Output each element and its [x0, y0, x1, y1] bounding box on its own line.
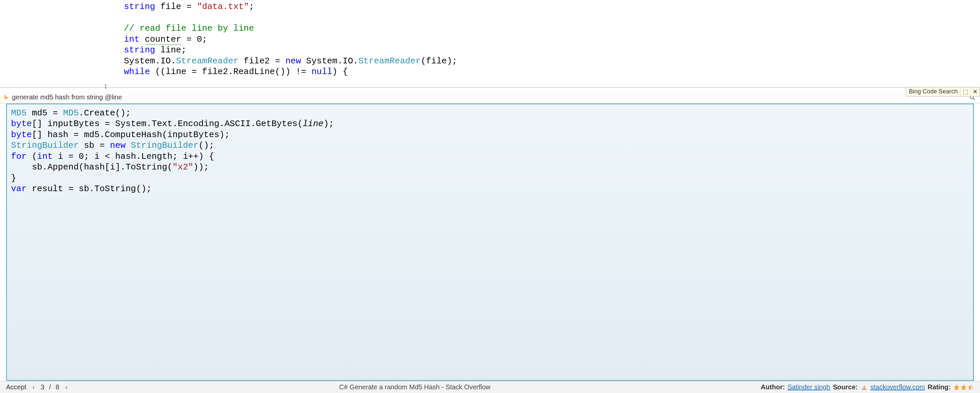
code-line: int counter = 0; [0, 34, 980, 45]
code-line [0, 12, 980, 23]
code-token: 0 [197, 34, 202, 44]
star-icon [953, 384, 960, 391]
code-token [61, 67, 124, 77]
code-token: MD5 [63, 108, 79, 118]
code-line: byte[] inputBytes = System.Text.Encoding… [10, 119, 970, 130]
code-token: = [181, 2, 197, 12]
code-token: [] hash = md5.ComputeHash(inputBytes); [32, 130, 230, 140]
svg-line-1 [973, 98, 975, 100]
code-token: md5 = [27, 108, 63, 118]
code-token: int [124, 34, 140, 44]
code-token: "data.txt" [197, 2, 249, 12]
code-token: StreamReader [358, 56, 421, 66]
code-line: string file = "data.txt"; [0, 2, 980, 12]
code-token [61, 2, 124, 12]
source-label: Source: [833, 383, 858, 391]
close-icon[interactable]: ✕ [970, 87, 980, 96]
code-token: MD5 [11, 108, 27, 118]
panel-tab-strip: Bing Code Search ⬚ ✕ [906, 87, 980, 97]
result-footer: Accept ‹ 3 / 8 › C# Generate a random Md… [0, 381, 980, 393]
code-result-pane[interactable]: MD5 md5 = MD5.Create();byte[] inputBytes… [6, 103, 974, 381]
code-token: ; [181, 45, 186, 55]
code-line: sb.Append(hash[i].ToString("x2")); [10, 162, 970, 173]
star-icon [967, 384, 974, 391]
code-token: ( [27, 152, 37, 162]
pin-icon[interactable]: ⬚ [960, 87, 970, 96]
code-token: = [181, 34, 197, 44]
code-token: sb = [79, 141, 110, 151]
code-editor[interactable]: string file = "data.txt"; // read file l… [0, 0, 980, 88]
code-token: file2 = [239, 56, 285, 66]
search-input[interactable] [12, 93, 968, 101]
search-bar [0, 92, 980, 103]
code-token: .Create(); [79, 108, 131, 118]
code-token: ((line = file2.ReadLine()) != [150, 67, 312, 77]
code-line: var result = sb.ToString(); [10, 184, 970, 195]
rating-stars [953, 384, 974, 391]
code-token: // read file line by line [124, 23, 254, 33]
code-line: System.IO.StreamReader file2 = new Syste… [0, 56, 980, 67]
code-token: counter [145, 34, 181, 45]
result-title: C# Generate a random Md5 Hash - Stack Ov… [69, 383, 761, 391]
code-token: file [160, 2, 181, 12]
accept-button[interactable]: Accept [6, 383, 26, 391]
author-label: Author: [761, 383, 785, 391]
code-token: ; [202, 34, 207, 44]
prev-page-button[interactable]: ‹ [31, 383, 36, 391]
page-separator: / [49, 383, 51, 391]
code-token [61, 23, 124, 33]
next-page-button[interactable]: › [64, 383, 69, 391]
code-token: [] inputBytes = System.Text.Encoding.ASC… [32, 119, 302, 129]
code-token: )); [193, 162, 209, 172]
code-token [61, 45, 124, 55]
svg-rect-2 [863, 388, 865, 389]
code-token: var [11, 184, 27, 194]
author-link[interactable]: Satinder singh [788, 383, 830, 391]
code-line: StringBuilder sb = new StringBuilder(); [10, 140, 970, 151]
code-token: System.IO. [124, 56, 176, 66]
bing-logo-icon [3, 94, 10, 101]
code-token: new [285, 56, 301, 66]
code-line: byte[] hash = md5.ComputeHash(inputBytes… [10, 130, 970, 141]
panel-tab-label[interactable]: Bing Code Search [906, 87, 960, 96]
code-token [61, 56, 124, 66]
code-token [140, 34, 145, 44]
page-total: 8 [56, 383, 59, 391]
code-token [155, 2, 161, 12]
code-line: } [10, 173, 970, 184]
code-token [61, 34, 124, 44]
code-token: } [11, 173, 16, 183]
code-token: null [312, 67, 332, 77]
code-token: StringBuilder [11, 141, 79, 151]
code-token: ; [249, 2, 255, 12]
code-token: i = [53, 152, 79, 162]
code-token: ); [323, 119, 334, 129]
code-line: for (int i = 0; i < hash.Length; i++) { [10, 151, 970, 162]
code-token: for [11, 152, 27, 162]
code-token: string [124, 45, 155, 55]
svg-rect-3 [863, 387, 865, 388]
code-token: System.IO. [301, 56, 358, 66]
code-token: (file); [421, 56, 457, 66]
code-token: string [124, 2, 155, 12]
code-line: // read file line by line [0, 23, 980, 34]
code-token: result = sb.ToString(); [27, 184, 151, 194]
code-token: new [110, 141, 126, 151]
code-token: StreamReader [176, 56, 238, 66]
code-line: MD5 md5 = MD5.Create(); [10, 108, 970, 119]
code-token: ) { [332, 67, 348, 77]
code-token: 0 [79, 152, 84, 162]
code-token [155, 45, 161, 55]
resize-cursor-icon: ↕ [103, 82, 108, 91]
code-token [126, 141, 131, 151]
code-token: (); [199, 141, 214, 151]
source-link[interactable]: stackoverflow.com [870, 383, 925, 391]
code-token: "x2" [173, 162, 193, 172]
code-token: byte [11, 119, 32, 129]
code-token: StringBuilder [131, 141, 199, 151]
code-token: byte [11, 130, 32, 140]
code-token: line [303, 119, 323, 129]
code-line: string line; [0, 45, 980, 56]
code-token: ; i < hash.Length; i++) { [84, 152, 214, 162]
code-token: line [160, 45, 181, 55]
